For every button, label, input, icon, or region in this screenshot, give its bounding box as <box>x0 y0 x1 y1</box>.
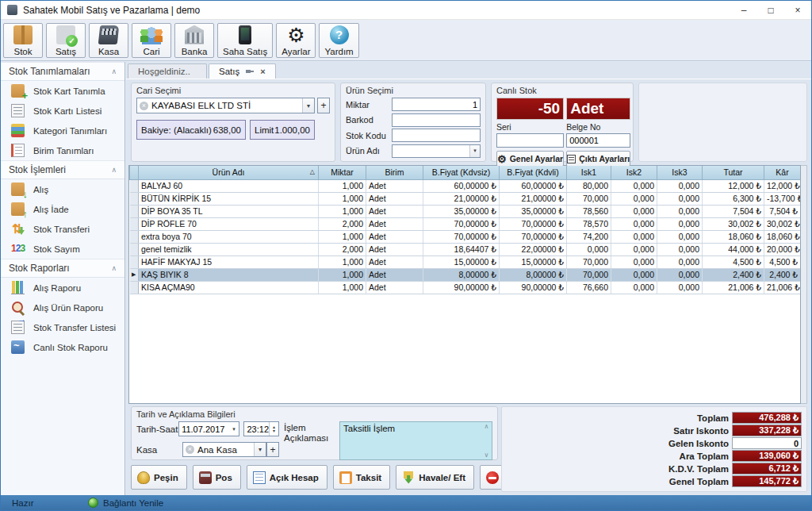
cell-isk1[interactable]: 78,560 <box>567 205 611 217</box>
column-header-r-n-ad[interactable]: Ürün Adı△ <box>139 166 319 179</box>
cell-isk3[interactable]: 0,000 <box>657 192 703 205</box>
toolbar-button-banka[interactable]: Banka <box>174 23 214 58</box>
cell-b-fiyat-kdvli[interactable]: 90,00000 ₺ <box>500 281 567 294</box>
cell-isk2[interactable]: 0,000 <box>611 281 657 294</box>
urun-adi-combo[interactable]: ▾ <box>392 144 481 158</box>
cell-r-n-ad[interactable]: DİP RÖFLE 70 <box>139 217 319 230</box>
cell-b-fiyat-kdvsiz[interactable]: 21,00000 ₺ <box>423 192 500 205</box>
cell-b-fiyat-kdvli[interactable]: 8,00000 ₺ <box>500 268 567 281</box>
cell-birim[interactable]: Adet <box>366 256 423 268</box>
cell-b-fiyat-kdvli[interactable]: 70,00000 ₺ <box>500 230 567 243</box>
sidebar-item-stok-kart-tan-mla[interactable]: Stok Kart Tanımla <box>1 81 124 101</box>
table-row[interactable]: BÜTÜN KİRPİK 151,000Adet21,00000 ₺21,000… <box>130 192 801 205</box>
cell-b-fiyat-kdvli[interactable]: 21,00000 ₺ <box>500 192 567 205</box>
cell-isk3[interactable]: 0,000 <box>657 256 703 268</box>
sidebar-item-stok-transfer-listesi[interactable]: Stok Transfer Listesi <box>1 317 124 337</box>
cell-birim[interactable]: Adet <box>366 217 423 230</box>
cell-tutar[interactable]: 12,000 ₺ <box>703 179 764 192</box>
cell-miktar[interactable]: 1,000 <box>319 268 366 281</box>
sidebar-section-stok-raporlar[interactable]: Stok Raporları∧ <box>1 259 124 278</box>
total-value[interactable]: 0 <box>732 437 802 449</box>
cell-b-fiyat-kdvsiz[interactable]: 18,64407 ₺ <box>423 243 500 256</box>
close-button[interactable]: × <box>784 1 811 19</box>
cell-isk3[interactable]: 0,000 <box>657 230 703 243</box>
cell-isk2[interactable]: 0,000 <box>611 256 657 268</box>
cell-birim[interactable]: Adet <box>366 179 423 192</box>
stok-kodu-input[interactable] <box>392 129 481 142</box>
cell-b-fiyat-kdvsiz[interactable]: 15,00000 ₺ <box>423 256 500 268</box>
cell-b-fiyat-kdvsiz[interactable]: 35,00000 ₺ <box>423 205 500 217</box>
toolbar-button-cari[interactable]: Cari <box>132 23 171 58</box>
sidebar-item-al-i-ade[interactable]: Alış İade <box>1 199 124 219</box>
column-header-k-r[interactable]: Kâr <box>764 166 801 179</box>
textarea-scroll-icons[interactable]: ∧∨ <box>482 423 491 459</box>
pos-button[interactable]: Pos <box>193 465 241 490</box>
table-row[interactable]: HAFİF MAKYAJ 151,000Adet15,00000 ₺15,000… <box>130 256 801 268</box>
cell-r-n-ad[interactable]: extra boya 70 <box>139 230 319 243</box>
cell-isk2[interactable]: 0,000 <box>611 268 657 281</box>
cell-miktar[interactable]: 1,000 <box>319 179 366 192</box>
chevron-up-icon[interactable]: ∧ <box>111 166 117 174</box>
chevron-up-icon[interactable]: ∧ <box>111 67 117 75</box>
vertical-scrollbar[interactable] <box>801 165 807 404</box>
pe-in-button[interactable]: Peşin <box>131 465 187 490</box>
cell-tutar[interactable]: 30,002 ₺ <box>703 217 764 230</box>
cell-k-r[interactable]: 4,500 ₺ <box>764 256 801 268</box>
cell-miktar[interactable]: 1,000 <box>319 281 366 294</box>
cell-isk1[interactable]: 0,000 <box>567 243 611 256</box>
sidebar-item-stok-say-m[interactable]: 123Stok Sayım <box>1 239 124 259</box>
cell-isk1[interactable]: 70,000 <box>567 192 611 205</box>
sort-ascending-icon[interactable]: △ <box>310 168 315 175</box>
sidebar-item-al-raporu[interactable]: Alış Raporu <box>1 278 124 298</box>
cell-isk3[interactable]: 0,000 <box>657 217 703 230</box>
cari-combo[interactable]: × KAYABASI ELK LTD STİ ▾ <box>136 98 315 113</box>
cell-r-n-ad[interactable]: KISA AÇMA90 <box>139 281 319 294</box>
time-spinner[interactable]: 23:12 ▴▾ <box>243 421 279 436</box>
cell-isk1[interactable]: 74,200 <box>567 230 611 243</box>
add-cari-button[interactable]: + <box>317 98 330 113</box>
cell-b-fiyat-kdvsiz[interactable]: 70,00000 ₺ <box>423 217 500 230</box>
cell-b-fiyat-kdvli[interactable]: 35,00000 ₺ <box>500 205 567 217</box>
cell-r-n-ad[interactable]: HAFİF MAKYAJ 15 <box>139 256 319 268</box>
toolbar-button-saha-sat[interactable]: Saha Satış <box>217 23 273 58</box>
cell-b-fiyat-kdvsiz[interactable]: 70,00000 ₺ <box>423 230 500 243</box>
cell-miktar[interactable]: 1,000 <box>319 205 366 217</box>
clear-icon[interactable]: × <box>140 102 148 110</box>
cell-isk2[interactable]: 0,000 <box>611 179 657 192</box>
column-header-miktar[interactable]: Miktar <box>319 166 366 179</box>
table-row[interactable]: DİP BOYA 35 TL1,000Adet35,00000 ₺35,0000… <box>130 205 801 217</box>
cell-isk3[interactable]: 0,000 <box>657 268 703 281</box>
sidebar-item-birim-tan-mlar[interactable]: Birim Tanımları <box>1 140 124 160</box>
a-k-hesap-button[interactable]: Açık Hesap <box>247 465 327 490</box>
refresh-connection-button[interactable]: Bağlantı Yenile <box>88 498 163 508</box>
cell-miktar[interactable]: 1,000 <box>319 256 366 268</box>
cell-b-fiyat-kdvli[interactable]: 70,00000 ₺ <box>500 217 567 230</box>
belge-no-input[interactable]: 000001 <box>566 133 630 148</box>
islem-aciklamasi-textarea[interactable]: Taksitli İşlem ∧∨ <box>339 421 492 460</box>
chevron-down-icon[interactable]: ▾ <box>228 422 239 436</box>
cell-b-fiyat-kdvsiz[interactable]: 8,00000 ₺ <box>423 268 500 281</box>
toolbar-button-ayarlar[interactable]: ⚙Ayarlar <box>276 23 316 58</box>
cell-tutar[interactable]: 44,000 ₺ <box>703 243 764 256</box>
cell-isk3[interactable]: 0,000 <box>657 281 703 294</box>
sidebar-item-canl-stok-raporu[interactable]: Canlı Stok Raporu <box>1 337 124 357</box>
column-header-tutar[interactable]: Tutar <box>703 166 764 179</box>
cell-k-r[interactable]: 20,000 ₺ <box>764 243 801 256</box>
cell-r-n-ad[interactable]: DİP BOYA 35 TL <box>139 205 319 217</box>
chevron-down-icon[interactable]: ▾ <box>469 145 480 157</box>
cell-birim[interactable]: Adet <box>366 230 423 243</box>
table-row[interactable]: extra boya 701,000Adet70,00000 ₺70,00000… <box>130 230 801 243</box>
cell-k-r[interactable]: 21,006 ₺ <box>764 281 801 294</box>
cell-b-fiyat-kdvli[interactable]: 60,00000 ₺ <box>500 179 567 192</box>
cell-isk1[interactable]: 78,570 <box>567 217 611 230</box>
sidebar-item-stok-transferi[interactable]: Stok Transferi <box>1 219 124 239</box>
sidebar-item-stok-kart-listesi[interactable]: Stok Kartı Listesi <box>1 101 124 121</box>
table-row[interactable]: BALYAJ 601,000Adet60,00000 ₺60,00000 ₺80… <box>130 179 801 192</box>
havale-eft-button[interactable]: Havale/ Eft <box>396 465 474 490</box>
cell-isk3[interactable]: 0,000 <box>657 179 703 192</box>
cell-r-n-ad[interactable]: genel temizlik <box>139 243 319 256</box>
table-row[interactable]: DİP RÖFLE 702,000Adet70,00000 ₺70,00000 … <box>130 217 801 230</box>
cell-isk2[interactable]: 0,000 <box>611 205 657 217</box>
toolbar-button-sat[interactable]: Satış <box>46 23 86 58</box>
sidebar-section-stok-tan-mlamalar[interactable]: Stok Tanımlamaları∧ <box>1 62 124 81</box>
